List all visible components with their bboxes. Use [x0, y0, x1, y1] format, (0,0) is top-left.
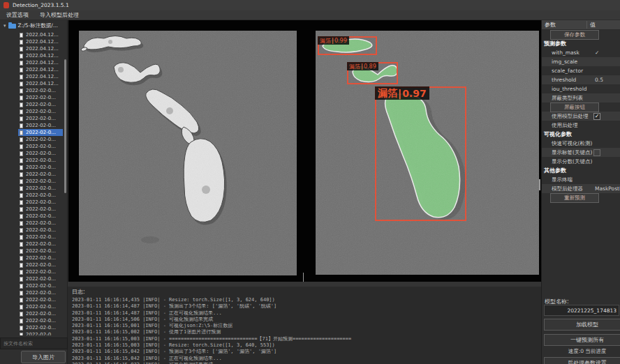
file-name: 2022-02-0...: [26, 165, 56, 170]
file-name: 2022-02-0...: [26, 130, 56, 135]
file-name: 2022-02-0...: [26, 199, 56, 205]
file-list-item[interactable]: 2022-02-0...: [18, 171, 63, 178]
file-list-item[interactable]: 2022-02-0...: [18, 289, 63, 296]
param-row[interactable]: 屏蔽类型列表: [542, 93, 620, 103]
file-sidebar: ▾ Z:/5-标注数据/... 2022.04.12... 2022.04.12…: [0, 20, 68, 364]
param-row[interactable]: 使用后处理: [542, 121, 620, 130]
param-row[interactable]: 保存参数: [542, 30, 620, 39]
file-list-item[interactable]: 2022-02-0...: [18, 115, 63, 122]
file-icon: [20, 193, 23, 198]
file-list-item[interactable]: 2022-02-0...: [18, 310, 63, 317]
file-list-item[interactable]: 2022-02-0...: [18, 157, 63, 164]
param-row[interactable]: 使用模型后处理 ✓: [542, 112, 620, 121]
file-list-item[interactable]: 2022-02-0...: [18, 296, 63, 303]
param-row[interactable]: 显示标签(关键点): [542, 148, 620, 157]
import-image-button[interactable]: 导入图片: [21, 351, 66, 363]
file-list-item[interactable]: 2022-02-0...: [18, 248, 63, 255]
menu-item-import-model-postprocess[interactable]: 导入模型后处理: [40, 11, 79, 19]
file-list-item[interactable]: 2022-02-0...: [18, 317, 63, 324]
param-row[interactable]: 可视化参数: [542, 130, 620, 139]
file-list-item[interactable]: 2022-02-0...: [18, 192, 63, 199]
file-list-item[interactable]: 2022-02-0...: [18, 178, 63, 185]
param-row[interactable]: with_mask ✓: [542, 48, 620, 57]
file-name: 2022-02-0...: [26, 213, 56, 219]
param-row[interactable]: 模型后处理器 MaskPostPro: [542, 184, 620, 193]
file-icon: [20, 137, 23, 142]
file-list-item[interactable]: 2022-02-0...: [18, 164, 63, 171]
file-name: 2022-02-0...: [26, 311, 56, 317]
tree-item-list: 2022.04.12... 2022.04.12... 2022.04.12..…: [0, 31, 68, 335]
file-list-item[interactable]: 2022.04.12...: [18, 31, 63, 38]
log-splitter[interactable]: [68, 282, 541, 287]
file-icon: [20, 242, 23, 247]
param-row[interactable]: iou_threshold: [542, 84, 620, 93]
param-row[interactable]: 快速可视化(检测): [542, 139, 620, 148]
file-list-item[interactable]: 2022-02-0...: [18, 136, 63, 143]
file-list-item[interactable]: 2022-02-0...: [18, 199, 63, 206]
file-list-item[interactable]: 2022-02-0...: [18, 122, 63, 129]
file-list-item[interactable]: 2022-02-0...: [18, 255, 63, 261]
file-list-item[interactable]: 2022.04.12...: [18, 73, 63, 80]
file-list-item[interactable]: 2022.04.12...: [18, 66, 63, 73]
file-name: 2022-02-0...: [26, 185, 56, 191]
tree-root[interactable]: ▾ Z:/5-标注数据/...: [0, 20, 68, 31]
model-name-field[interactable]: 20221225_174813: [544, 305, 619, 316]
file-list-item[interactable]: 2022-02-0...: [18, 213, 63, 220]
file-list-item[interactable]: 2022-02-0...: [18, 261, 63, 268]
log-line: 2023-01-11 16:16:15,003 |INFO| - Resize:…: [72, 342, 541, 349]
chevron-down-icon[interactable]: ▾: [3, 24, 6, 29]
postprocess-settings-button[interactable]: 后处理参数设置: [544, 357, 620, 364]
file-name: 2022.04.12...: [26, 60, 59, 66]
file-icon: [20, 298, 23, 303]
file-list-item[interactable]: 2022-02-0...: [18, 324, 63, 331]
param-row[interactable]: 其他参数: [542, 166, 620, 175]
file-list-item[interactable]: 2022-02-0...: [18, 234, 63, 241]
menu-item-settings[interactable]: 设置选项: [6, 11, 29, 19]
file-list-item[interactable]: 2022-02-0...: [18, 108, 63, 115]
param-row[interactable]: img_scale: [542, 57, 620, 66]
file-list-item[interactable]: 2022-02-0...: [18, 303, 63, 310]
file-list-item[interactable]: 2022-02-0...: [18, 275, 63, 282]
file-list-item[interactable]: 2022.04.12...: [18, 59, 63, 66]
param-label: iou_threshold: [542, 86, 587, 92]
checkbox[interactable]: ✓: [593, 113, 600, 120]
param-row[interactable]: threshold 0.5: [542, 75, 620, 84]
file-list-item[interactable]: 2022-02-0...: [18, 143, 63, 150]
file-name: 2022-02-0...: [26, 137, 56, 142]
file-list-item[interactable]: 2022-02-0...: [18, 206, 63, 213]
file-list-item[interactable]: 2022-02-0...: [18, 282, 63, 289]
file-list-item[interactable]: 2022.04.12...: [18, 52, 63, 59]
param-row[interactable]: 显示终端: [542, 175, 620, 184]
file-icon: [20, 333, 23, 336]
file-list-item[interactable]: 2022-02-0...: [18, 87, 63, 94]
param-row[interactable]: 屏蔽按钮: [542, 103, 620, 112]
detection-class: 漏箔: [378, 87, 397, 100]
file-icon: [20, 61, 23, 66]
file-list-item[interactable]: 2022-02-0...: [18, 94, 63, 101]
checkbox[interactable]: [593, 149, 600, 156]
file-list-item[interactable]: 2022.04.12...: [18, 38, 63, 45]
filename-search-input[interactable]: [0, 338, 68, 349]
file-list-item[interactable]: 2022-02-0...: [18, 129, 63, 136]
param-row[interactable]: 预测参数: [542, 39, 620, 48]
file-list-item[interactable]: 2022-02-0...: [18, 268, 63, 275]
param-row[interactable]: 重新预测: [542, 193, 620, 202]
file-list-item[interactable]: 2022.04.12...: [18, 45, 63, 52]
param-row[interactable]: scale_factor: [542, 66, 620, 75]
file-list-item[interactable]: 2022-02-0...: [18, 220, 63, 227]
file-name: 2022-02-0...: [26, 151, 56, 156]
window-title: Detection_2023.1.5.1: [13, 2, 69, 8]
tree-scrollbar-thumb[interactable]: [64, 59, 66, 193]
file-list-item[interactable]: 2022-02-0...: [18, 331, 63, 335]
file-list-item[interactable]: 2022-02-0...: [18, 241, 63, 248]
file-icon: [20, 33, 23, 38]
predict-all-button[interactable]: 一键预测所有: [544, 334, 620, 346]
file-list-item[interactable]: 2022-02-0...: [18, 227, 63, 234]
params-splitter-grip[interactable]: [539, 179, 540, 190]
param-row[interactable]: 显示分数(关键点): [542, 157, 620, 166]
file-list-item[interactable]: 2022-02-0...: [18, 101, 63, 108]
file-list-item[interactable]: 2022.04.12...: [18, 80, 63, 87]
load-model-button[interactable]: 加载模型: [544, 319, 620, 331]
file-list-item[interactable]: 2022-02-0...: [18, 150, 63, 157]
file-list-item[interactable]: 2022-02-0...: [18, 185, 63, 192]
